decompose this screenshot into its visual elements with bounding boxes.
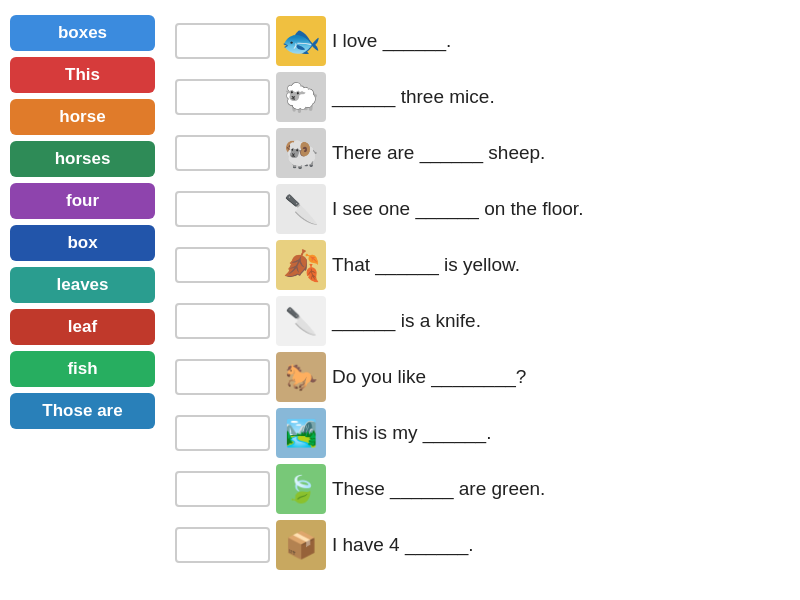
word-btn-horses[interactable]: horses [10,141,155,177]
image-ex8: 🏞️ [276,408,326,458]
image-ex4: 🔪 [276,184,326,234]
answer-input-ex7[interactable] [175,359,270,395]
sentence-ex5: That ______ is yellow. [332,254,520,276]
word-btn-fish[interactable]: fish [10,351,155,387]
image-ex2: 🐑 [276,72,326,122]
exercises-panel: 🐟I love ______.🐑______ three mice.🐏There… [175,10,790,590]
sentence-ex10: I have 4 ______. [332,534,474,556]
word-btn-leaves[interactable]: leaves [10,267,155,303]
image-ex6: 🔪 [276,296,326,346]
word-btn-box[interactable]: box [10,225,155,261]
word-btn-This[interactable]: This [10,57,155,93]
exercise-row: 🐏There are ______ sheep. [175,127,790,179]
answer-input-ex3[interactable] [175,135,270,171]
sentence-ex4: I see one ______ on the floor. [332,198,583,220]
image-ex3: 🐏 [276,128,326,178]
word-btn-leaf[interactable]: leaf [10,309,155,345]
sentence-ex8: This is my ______. [332,422,491,444]
answer-input-ex9[interactable] [175,471,270,507]
word-btn-four[interactable]: four [10,183,155,219]
answer-input-ex8[interactable] [175,415,270,451]
image-ex7: 🐎 [276,352,326,402]
exercise-row: 🍂That ______ is yellow. [175,239,790,291]
word-bank: boxesThishorsehorsesfourboxleavesleaffis… [10,10,165,590]
exercise-row: 🏞️This is my ______. [175,407,790,459]
word-btn-horse[interactable]: horse [10,99,155,135]
answer-input-ex2[interactable] [175,79,270,115]
sentence-ex3: There are ______ sheep. [332,142,545,164]
word-btn-boxes[interactable]: boxes [10,15,155,51]
image-ex5: 🍂 [276,240,326,290]
main-container: boxesThishorsehorsesfourboxleavesleaffis… [0,0,800,600]
answer-input-ex10[interactable] [175,527,270,563]
answer-input-ex1[interactable] [175,23,270,59]
sentence-ex9: These ______ are green. [332,478,545,500]
sentence-ex6: ______ is a knife. [332,310,481,332]
image-ex9: 🍃 [276,464,326,514]
exercise-row: 🔪______ is a knife. [175,295,790,347]
image-ex1: 🐟 [276,16,326,66]
exercise-row: 🍃These ______ are green. [175,463,790,515]
exercise-row: 📦I have 4 ______. [175,519,790,571]
sentence-ex1: I love ______. [332,30,451,52]
exercise-row: 🐟I love ______. [175,15,790,67]
answer-input-ex6[interactable] [175,303,270,339]
exercise-row: 🐎Do you like ________? [175,351,790,403]
sentence-ex2: ______ three mice. [332,86,495,108]
sentence-ex7: Do you like ________? [332,366,526,388]
word-btn-Those are[interactable]: Those are [10,393,155,429]
exercise-row: 🔪I see one ______ on the floor. [175,183,790,235]
exercise-row: 🐑______ three mice. [175,71,790,123]
answer-input-ex4[interactable] [175,191,270,227]
answer-input-ex5[interactable] [175,247,270,283]
image-ex10: 📦 [276,520,326,570]
